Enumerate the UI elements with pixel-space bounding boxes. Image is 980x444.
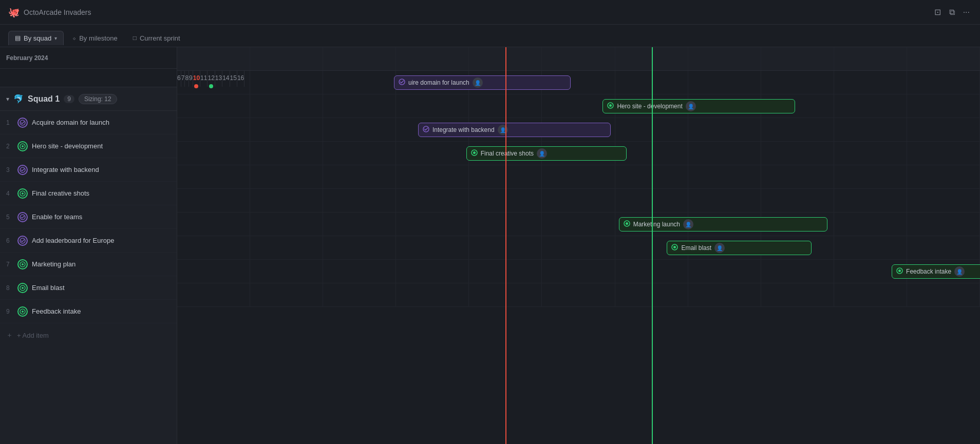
svg-point-16 (609, 104, 612, 107)
grid-cell (834, 189, 907, 212)
grid-cell (469, 165, 542, 188)
task-status-icon (17, 188, 28, 199)
grid-row (177, 283, 980, 307)
grid-cell (761, 118, 834, 141)
squad-right-cell (542, 47, 615, 70)
grid-cell (250, 213, 323, 236)
gantt-right: Launch 🚀uire domain for launch👤Hero site… (177, 47, 980, 444)
grid-cell (323, 142, 396, 165)
tab-current-sprint-icon: □ (133, 34, 137, 42)
gantt-header: February 2024 ⊕ Markers ↕ Sort 📅 Date fi… (0, 47, 177, 69)
task-status-icon (17, 118, 28, 128)
task-row[interactable]: 8Email blast (0, 276, 177, 300)
bar-status-icon (399, 79, 405, 87)
grid-cell (761, 189, 834, 212)
grid-cell (834, 94, 907, 118)
bar-label: Feedback intake (906, 268, 951, 275)
tab-current-sprint[interactable]: □ Current sprint (126, 31, 187, 45)
split-icon[interactable]: ⧉ (947, 6, 957, 19)
grid-cell (761, 260, 834, 283)
squad-right-cell (177, 47, 250, 70)
grid-cell (761, 165, 834, 188)
grid-cell (834, 236, 907, 259)
bar-status-icon (423, 126, 429, 134)
task-row[interactable]: 6Add leaderboard for Europe (0, 229, 177, 253)
squad-right-header (177, 47, 980, 71)
add-item-row[interactable]: ＋ + Add item (0, 323, 177, 347)
bar-status-icon (607, 102, 614, 110)
task-label: Enable for teams (32, 213, 82, 221)
gantt-bar[interactable]: Hero site - development👤 (602, 99, 795, 113)
grid-cell (834, 142, 907, 165)
task-row[interactable]: 4Final creative shots (0, 182, 177, 205)
grid-cell (542, 213, 615, 236)
avatar: 👤 (537, 148, 547, 159)
task-number: 8 (6, 284, 17, 292)
gantt-bar[interactable]: Marketing launch👤 (619, 217, 827, 231)
task-row[interactable]: 7Marketing plan (0, 253, 177, 276)
expand-icon[interactable]: ⊡ (932, 5, 943, 19)
grid-cell (177, 142, 250, 165)
gantt-bar[interactable]: Integrate with backend👤 (418, 123, 611, 137)
bar-label: uire domain for launch (408, 79, 469, 86)
grid-cell (177, 260, 250, 283)
tab-by-squad[interactable]: ▤ By squad ▾ (8, 31, 64, 45)
grid-cell (323, 260, 396, 283)
task-row[interactable]: 2Hero site - development (0, 134, 177, 158)
task-row[interactable]: 9Feedback intake (0, 300, 177, 323)
grid-row (177, 189, 980, 213)
svg-point-23 (673, 246, 676, 248)
grid-cell (250, 283, 323, 306)
tab-by-milestone[interactable]: ⬦ By milestone (66, 31, 124, 45)
grid-cell (542, 283, 615, 306)
task-row[interactable]: 5Enable for teams (0, 205, 177, 229)
grid-cell (542, 260, 615, 283)
task-number: 2 (6, 143, 17, 150)
grid-row (177, 236, 980, 260)
grid-cell (615, 260, 688, 283)
squad-right-cell (250, 47, 323, 70)
task-status-icon (17, 212, 28, 222)
grid-cell (250, 71, 323, 94)
grid-cell (907, 283, 980, 306)
gantt-bar[interactable]: Feedback intake👤 (892, 264, 980, 279)
squad-right-cell (834, 47, 907, 70)
avatar: 👤 (683, 219, 693, 229)
grid-cell (250, 142, 323, 165)
task-row[interactable]: 3Integrate with backend (0, 158, 177, 182)
grid-cell (688, 165, 761, 188)
task-label: Final creative shots (32, 189, 89, 197)
tab-by-squad-icon: ▤ (15, 34, 21, 42)
grid-cell (761, 142, 834, 165)
grid-cell (323, 236, 396, 259)
grid-cell (834, 283, 907, 306)
grid-cell (396, 213, 469, 236)
grid-cell (761, 71, 834, 94)
task-row[interactable]: 1Acquire domain for launch (0, 111, 177, 134)
svg-point-9 (22, 263, 24, 265)
grid-cell (323, 94, 396, 118)
grid-cell (688, 283, 761, 306)
task-list: 1Acquire domain for launch2Hero site - d… (0, 111, 177, 323)
task-number: 6 (6, 237, 17, 244)
grid-cell (396, 94, 469, 118)
svg-point-2 (22, 145, 24, 147)
grid-cell (907, 71, 980, 94)
gantt-bar[interactable]: Final creative shots👤 (466, 146, 627, 161)
gantt-bar[interactable]: Email blast👤 (667, 241, 811, 255)
gantt-bar[interactable]: uire domain for launch👤 (394, 75, 571, 90)
task-number: 7 (6, 261, 17, 268)
task-label: Acquire domain for launch (32, 119, 109, 126)
grid-rows (177, 71, 980, 307)
squad-header: ▾ 🐬 Squad 1 9 Sizing: 12 (0, 87, 177, 111)
grid-cell (469, 94, 542, 118)
grid-cell (761, 283, 834, 306)
grid-cell (250, 118, 323, 141)
more-options-icon[interactable]: ··· (961, 6, 972, 19)
grid-cell (250, 165, 323, 188)
grid-cell (177, 213, 250, 236)
grid-cell (323, 165, 396, 188)
tab-by-squad-label: By squad (24, 34, 51, 42)
chevron-down-icon: ▾ (54, 35, 57, 41)
squad-chevron-icon[interactable]: ▾ (6, 95, 9, 103)
